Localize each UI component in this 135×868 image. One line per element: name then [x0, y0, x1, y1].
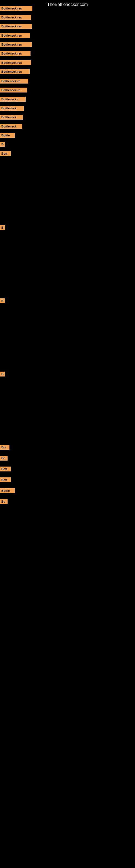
bottleneck-item-26: Bo: [0, 499, 8, 504]
bottleneck-item-10: Bottleneck re: [0, 88, 27, 93]
bottleneck-item-11: Bottleneck r: [0, 97, 26, 102]
bottleneck-item-8: Bottleneck res: [0, 69, 30, 74]
bottleneck-item-19: B: [0, 299, 5, 303]
bottleneck-item-16: B: [0, 142, 5, 147]
bottleneck-item-1: Bottleneck res: [0, 6, 32, 11]
bottleneck-item-6: Bottleneck res: [0, 51, 31, 56]
bottleneck-item-3: Bottleneck res: [0, 24, 32, 29]
bottleneck-item-24: Bott: [0, 477, 11, 482]
bottleneck-item-13: Bottleneck: [0, 115, 23, 120]
bottleneck-item-22: Bo: [0, 456, 8, 461]
bottleneck-item-20: B: [0, 372, 5, 376]
bottleneck-item-9: Bottleneck re: [0, 79, 28, 84]
bottleneck-item-14: Bottleneck: [0, 124, 22, 129]
bottleneck-item-12: Bottleneck: [0, 106, 24, 111]
bottleneck-item-25: Bottle: [0, 488, 15, 493]
bottleneck-item-2: Bottleneck res: [0, 15, 31, 20]
bottleneck-item-4: Bottleneck res: [0, 33, 30, 38]
bottleneck-item-7: Bottleneck res: [0, 60, 31, 65]
bottleneck-item-18: B: [0, 225, 5, 230]
bottleneck-item-17: Bott: [0, 151, 11, 156]
bottleneck-item-21: Bot: [0, 445, 9, 450]
bottleneck-item-5: Bottleneck res: [0, 42, 32, 47]
bottleneck-item-23: Bott: [0, 467, 11, 471]
bottleneck-item-15: Bottle: [0, 133, 15, 138]
